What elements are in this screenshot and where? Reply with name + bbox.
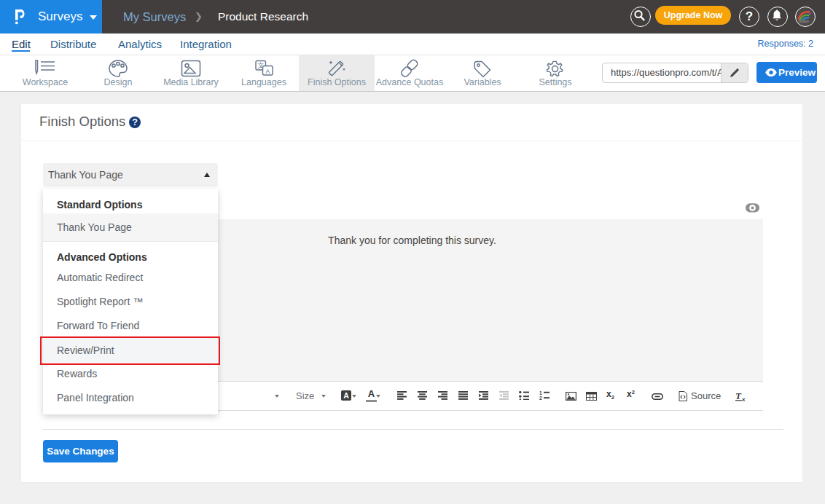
svg-text:T: T <box>735 391 742 401</box>
svg-text:1: 1 <box>539 391 542 395</box>
svg-text:A: A <box>265 68 270 75</box>
svg-text:2: 2 <box>539 395 542 401</box>
svg-text:文: 文 <box>257 62 264 69</box>
svg-text:x: x <box>742 396 746 402</box>
